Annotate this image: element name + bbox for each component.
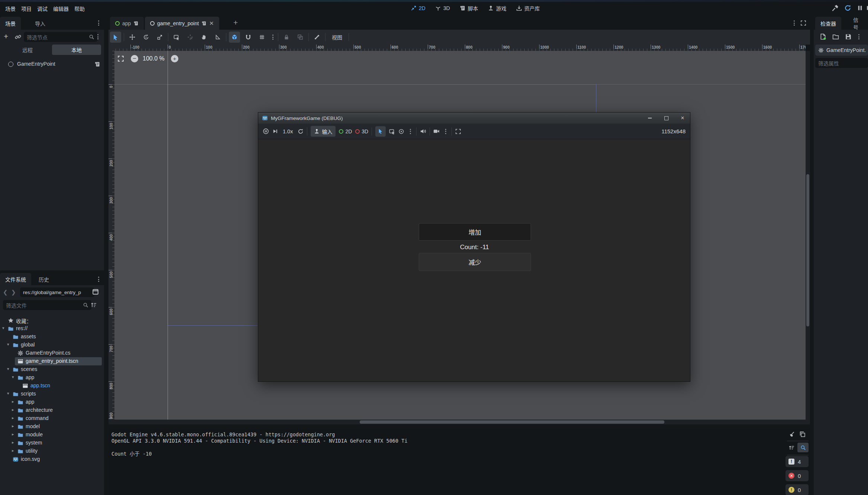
ruler-tool-button[interactable] bbox=[212, 32, 223, 43]
local-tab[interactable]: 本地 bbox=[52, 45, 101, 55]
override-3d-button[interactable]: 3D bbox=[355, 128, 368, 134]
tree-row-app-tscn[interactable]: app.tscn bbox=[0, 382, 104, 390]
tree-row-utility[interactable]: ▸utility bbox=[0, 447, 104, 455]
tree-row-gameentrypoint-cs[interactable]: GameEntryPoint.cs bbox=[0, 349, 104, 357]
zoom-level[interactable]: 100.0 % bbox=[143, 55, 165, 62]
pan-tool-button[interactable] bbox=[198, 32, 210, 43]
warning-count-badge[interactable]: ! 0 bbox=[786, 484, 809, 495]
workspace-assetlib[interactable]: 资产库 bbox=[516, 4, 540, 12]
workspace-script[interactable]: 脚本 bbox=[460, 4, 478, 12]
save-resource-icon[interactable] bbox=[845, 33, 852, 40]
move-tool-button[interactable] bbox=[127, 32, 138, 43]
scene-tree-menu-icon[interactable] bbox=[95, 34, 100, 40]
new-resource-icon[interactable] bbox=[820, 33, 826, 40]
speed-selector[interactable]: 1.0x bbox=[281, 128, 294, 134]
canvas-vscrollbar[interactable] bbox=[806, 51, 810, 420]
workspace-game[interactable]: 游戏 bbox=[488, 4, 506, 12]
tree-row-res[interactable]: ▾res:// bbox=[0, 325, 104, 333]
mute-audio-icon[interactable] bbox=[420, 128, 426, 134]
tab-history[interactable]: 历史 bbox=[33, 273, 54, 285]
menu-project[interactable]: 项目 bbox=[21, 5, 32, 12]
build-hammer-icon[interactable] bbox=[832, 4, 839, 12]
reset-speed-icon[interactable] bbox=[298, 128, 304, 134]
override-2d-button[interactable]: 2D bbox=[339, 128, 352, 134]
tree-row-assets[interactable]: assets bbox=[0, 333, 104, 341]
select-tool-button[interactable] bbox=[110, 32, 121, 43]
menu-editor[interactable]: 编辑器 bbox=[53, 5, 69, 12]
clear-output-icon[interactable] bbox=[788, 431, 795, 437]
close-tab-icon[interactable]: ✕ bbox=[209, 20, 214, 27]
workspace-2d[interactable]: 2D bbox=[411, 5, 425, 11]
vscrollbar-thumb[interactable] bbox=[806, 174, 809, 326]
zoom-out-button[interactable]: − bbox=[131, 55, 138, 62]
filter-messages-icon[interactable] bbox=[788, 444, 795, 451]
tab-filesystem[interactable]: 文件系统 bbox=[0, 273, 31, 285]
nav-back-icon[interactable]: ❮ bbox=[3, 289, 8, 296]
tree-row-architecture[interactable]: ▸architecture bbox=[0, 406, 104, 414]
snap-menu-icon[interactable] bbox=[270, 34, 275, 40]
path-field[interactable]: res://global/game_entry_p bbox=[20, 287, 94, 297]
menu-help[interactable]: 帮助 bbox=[74, 5, 85, 12]
remote-tab[interactable]: 远程 bbox=[3, 45, 52, 55]
close-window-icon[interactable]: × bbox=[675, 113, 690, 124]
list-select-button[interactable] bbox=[171, 32, 182, 43]
tab-scene[interactable]: 场景 bbox=[0, 17, 21, 30]
restart-icon[interactable] bbox=[844, 4, 851, 12]
scale-tool-button[interactable] bbox=[154, 32, 165, 43]
game-menu-icon[interactable] bbox=[443, 128, 448, 134]
copy-output-icon[interactable] bbox=[799, 431, 806, 437]
game-list-select-icon[interactable] bbox=[389, 128, 395, 134]
tree-row-scripts-app[interactable]: ▸app bbox=[0, 398, 104, 406]
game-select-menu-icon[interactable] bbox=[408, 128, 413, 134]
scene-tab-game-entry-point[interactable]: game_entry_point ✕ bbox=[145, 17, 219, 30]
embed-fullscreen-icon[interactable] bbox=[455, 128, 461, 134]
canvas-hscrollbar[interactable] bbox=[108, 420, 810, 424]
smart-snap-button[interactable] bbox=[229, 32, 240, 43]
tree-row-favorites[interactable]: 收藏： bbox=[0, 316, 104, 325]
resource-menu-icon[interactable] bbox=[856, 34, 861, 40]
lock-button[interactable] bbox=[281, 32, 292, 43]
stop-icon[interactable] bbox=[866, 5, 868, 11]
snap-options-button[interactable] bbox=[256, 32, 268, 43]
zoom-in-button[interactable]: + bbox=[171, 55, 178, 62]
decrease-button[interactable]: 减少 bbox=[419, 253, 531, 271]
increase-button[interactable]: 增加 bbox=[419, 223, 531, 241]
expand-viewport-icon[interactable] bbox=[800, 20, 806, 26]
error-count-badge[interactable]: ✕ 0 bbox=[786, 470, 809, 481]
edited-object-button[interactable]: GameEntryPoint. bbox=[815, 45, 868, 56]
scene-tab-app[interactable]: app bbox=[110, 17, 144, 30]
nav-forward-icon[interactable]: ❯ bbox=[11, 289, 16, 296]
instantiate-link-icon[interactable] bbox=[15, 34, 21, 40]
tree-row-game-entry-point-tscn[interactable]: game_entry_point.tscn bbox=[0, 357, 104, 365]
tab-inspector[interactable]: 检查器 bbox=[815, 17, 841, 30]
workspace-3d[interactable]: 3D bbox=[435, 5, 450, 11]
message-count-badge[interactable]: ! 4 bbox=[786, 456, 809, 467]
rotate-tool-button[interactable] bbox=[140, 32, 152, 43]
tree-row-module[interactable]: ▸module bbox=[0, 431, 104, 439]
filesystem-menu-icon[interactable] bbox=[96, 276, 101, 282]
filter-properties-input[interactable]: 筛选属性 bbox=[815, 58, 868, 68]
grid-snap-button[interactable] bbox=[243, 32, 254, 43]
new-scene-tab-button[interactable]: + bbox=[233, 18, 238, 27]
tree-row-scenes[interactable]: ▾scenes bbox=[0, 365, 104, 374]
focus-target-icon[interactable] bbox=[398, 128, 404, 134]
search-output-button[interactable] bbox=[797, 443, 809, 452]
filter-nodes-input[interactable]: 筛选节点 bbox=[24, 32, 97, 42]
tab-signals[interactable]: 信号 bbox=[848, 17, 868, 30]
tree-row-icon-svg[interactable]: icon.svg bbox=[0, 455, 104, 463]
input-mode-button[interactable]: 输入 bbox=[311, 126, 336, 137]
split-dock-icon[interactable] bbox=[92, 289, 99, 295]
tree-row-system[interactable]: ▸system bbox=[0, 439, 104, 447]
game-window-titlebar[interactable]: MyGFrameworkGame (DEBUG) × bbox=[258, 113, 690, 124]
tree-row-model[interactable]: ▸model bbox=[0, 423, 104, 431]
sort-files-icon[interactable] bbox=[91, 302, 97, 308]
next-frame-icon[interactable] bbox=[272, 128, 278, 134]
hscrollbar-thumb[interactable] bbox=[360, 420, 664, 424]
tree-row-scenes-app[interactable]: ▾app bbox=[0, 374, 104, 382]
minimize-button[interactable] bbox=[642, 113, 657, 124]
menu-scene[interactable]: 场景 bbox=[5, 5, 16, 12]
tree-row-scripts[interactable]: ▾scripts bbox=[0, 390, 104, 398]
tree-row-command[interactable]: ▸command bbox=[0, 414, 104, 423]
game-select-tool-button[interactable] bbox=[375, 126, 386, 137]
add-node-button[interactable]: + bbox=[4, 32, 8, 41]
